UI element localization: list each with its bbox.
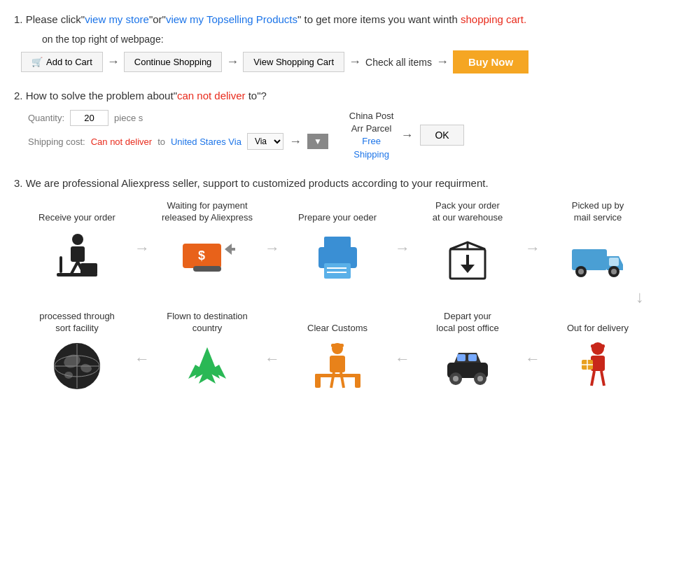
ok-label: OK [435,130,449,141]
destination-text: United Stares Via [171,136,241,147]
shipping-cost-label: Shipping cost: [28,136,85,147]
svg-line-31 [601,371,604,386]
step-prepare-icon [309,228,365,284]
shopping-cart-text: shopping cart. [461,13,526,25]
svg-text:$: $ [198,248,205,262]
flow-arrow-b-3: ← [265,350,280,368]
view-my-store-link[interactable]: view my store [85,13,149,25]
buy-now-button[interactable]: Buy Now [453,50,528,74]
svg-point-21 [578,269,584,274]
quantity-label: Quantity: [28,113,64,123]
svg-point-36 [453,376,458,382]
arrow-1: → [107,55,120,69]
step-pickup-icon [570,228,626,284]
step-prepare-label: Prepare your oeder [298,199,377,224]
piece-label: piece s [114,113,143,123]
add-to-cart-label: Add to Cart [46,57,92,67]
step-customs: Clear Customs [281,309,393,395]
view-cart-label: View Shopping Cart [253,57,334,67]
cannot-deliver-text: Can not deliver [91,136,152,147]
cart-flow: 🛒 Add to Cart → Continue Shopping → View… [21,50,686,74]
step-pack-icon [440,228,496,284]
arrow-3: → [349,55,361,69]
sub-text: on the top right of webpage: [42,34,686,45]
step-payment-label: Waiting for paymentreleased by Aliexpres… [162,199,253,224]
ok-button[interactable]: OK [420,125,463,146]
continue-shopping-button[interactable]: Continue Shopping [124,52,223,72]
step-customs-icon [309,339,365,395]
step-payment: Waiting for paymentreleased by Aliexpres… [151,199,263,284]
step-pickup: Picked up bymail service [542,199,654,284]
china-post-box: China Post Arr Parcel FreeShipping [349,110,394,161]
cannot-deliver-title: can not deliver [177,90,246,102]
shipping-cost-row: Shipping cost: Can not deliver to United… [28,133,328,150]
continue-shopping-label: Continue Shopping [134,57,212,67]
step-receive-order: Receive your order [21,199,133,284]
view-shopping-cart-button[interactable]: View Shopping Cart [243,52,344,72]
flow-arrow-b-1: ← [525,350,540,368]
view-topselling-link[interactable]: view my Topselling Products [166,13,298,25]
shipping-method-select[interactable]: Via [247,133,284,150]
section3-title: 3. We are professional Aliexpress seller… [14,175,686,192]
flow-arrow-h-4: → [525,239,540,258]
flow-arrow-h-2: → [265,239,280,258]
arrow-to-ok: → [400,128,413,143]
add-to-cart-button[interactable]: 🛒 Add to Cart [21,52,103,72]
step-pack: Pack your orderat our warehouse [412,199,524,284]
step-sort-label: processed throughsort facility [39,309,115,335]
arrow-2: → [226,55,239,69]
dropdown-button[interactable]: ▼ [307,134,328,149]
svg-rect-9 [193,266,221,272]
step-pickup-label: Picked up bymail service [572,199,624,224]
svg-rect-6 [80,263,97,274]
svg-rect-42 [315,374,360,377]
buy-now-label: Buy Now [468,56,513,68]
process-flow: Receive your order [21,199,686,395]
flow-arrow-b-2: ← [395,350,410,368]
section1-title: 1. Please click"view my store"or"view my… [14,11,686,28]
svg-rect-12 [324,263,351,279]
svg-point-0 [72,234,83,245]
step-pack-label: Pack your orderat our warehouse [433,199,503,224]
svg-point-23 [611,269,617,274]
flow-arrow-h-3: → [395,239,410,258]
cart-icon: 🛒 [31,57,43,67]
china-post-line2: Arr Parcel [351,122,392,135]
step-prepare: Prepare your oeder [281,199,393,284]
step-flown-label: Flown to destinationcountry [167,309,248,335]
arrow-shipping: → [289,134,302,149]
step-customs-label: Clear Customs [307,309,368,335]
step-flown: Flown to destinationcountry [151,309,263,395]
svg-rect-40 [331,344,344,347]
svg-rect-33 [457,354,465,361]
svg-rect-25 [591,344,605,348]
step-sort: processed throughsort facility [21,309,133,395]
svg-rect-18 [572,249,607,270]
svg-rect-44 [355,374,360,388]
step-sort-icon [49,339,105,395]
to-text: to [158,136,165,147]
flow-arrow-b-4: ← [134,350,150,368]
svg-line-30 [592,371,594,386]
svg-point-24 [592,342,604,355]
step-delivery-icon [570,339,626,395]
section-3: 3. We are professional Aliexpress seller… [14,175,686,395]
step-receive-icon [49,228,105,284]
shipping-form: Quantity: piece s Shipping cost: Can not… [28,110,328,150]
step-delivery-label: Out for delivery [567,309,629,335]
quantity-row: Quantity: piece s [28,110,328,126]
china-post-section: China Post Arr Parcel FreeShipping → OK [349,110,464,161]
step-payment-icon: $ [179,228,235,284]
section-1: 1. Please click"view my store"or"view my… [14,11,686,74]
svg-rect-19 [609,258,619,266]
svg-rect-11 [324,237,351,249]
quantity-input[interactable] [70,110,108,126]
arrow-4: → [436,55,449,69]
svg-rect-1 [71,246,85,262]
step-delivery: Out for delivery [542,309,654,395]
flow-row-bottom: Out for delivery [21,309,686,395]
flow-arrow-v: ↓ [21,287,686,307]
step-flown-icon [179,339,235,395]
section2-title: 2. How to solve the problem about"can no… [14,88,686,104]
flow-row-top: Receive your order [21,199,686,284]
